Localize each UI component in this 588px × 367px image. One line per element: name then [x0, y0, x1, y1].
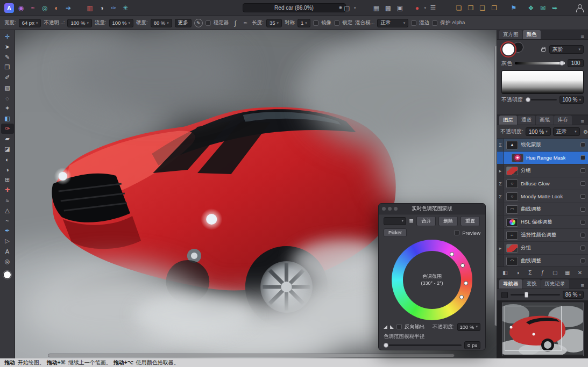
tone-mapping-persona-icon[interactable]: ◐	[51, 3, 62, 13]
layer-opacity-field[interactable]: 100 %▾	[526, 127, 551, 136]
current-color-swatch[interactable]	[3, 271, 11, 279]
dialog-opacity-field[interactable]: 100 %▾	[457, 323, 480, 331]
layer-row-hsl-shift[interactable]: HSL 偏移调整	[497, 216, 588, 229]
snapshot-icon-1[interactable]: ❏	[454, 3, 464, 13]
quick-color-swatch-icon[interactable]: ●	[412, 3, 422, 13]
picker-button[interactable]: Picker	[384, 228, 407, 237]
color-opacity-slider[interactable]	[526, 99, 557, 100]
clone-tool[interactable]: ⊞	[1, 175, 14, 185]
window-stabilizer-icon[interactable]: ≈	[242, 18, 249, 28]
adjustment-icon[interactable]: ◑	[514, 270, 521, 276]
zoom-tool[interactable]: ◎	[1, 256, 14, 267]
insert-target-dropdown-icon[interactable]: ▾	[354, 6, 356, 10]
length-field[interactable]: 35▾	[266, 19, 282, 27]
assistant-icon[interactable]: ☰	[428, 3, 438, 13]
symmetry-field[interactable]: 1▾	[297, 19, 310, 27]
opacity-field[interactable]: 100 %▾	[67, 19, 91, 27]
snapping-options-icon[interactable]: ▣	[394, 3, 405, 13]
wet-edges-checkbox[interactable]	[411, 20, 416, 26]
color-panel-menu-icon[interactable]: ≡	[579, 33, 586, 39]
preset-select[interactable]: ▾	[384, 217, 406, 225]
eraser-tool[interactable]: ◪	[1, 144, 14, 154]
mask-layer-icon[interactable]: ▢	[551, 270, 559, 276]
dialog-titlebar[interactable]: 实时色调范围蒙版	[379, 204, 485, 214]
navigator-tab-transform[interactable]: 变换	[523, 279, 541, 289]
preview-checkbox[interactable]	[454, 230, 459, 235]
mail-icon[interactable]: ✉	[537, 3, 548, 13]
hue-handle[interactable]	[461, 263, 465, 268]
sharpen-tool[interactable]: △	[1, 205, 14, 215]
pen-tool[interactable]: ✒	[1, 226, 14, 236]
selection-brush-tool[interactable]: ✐	[1, 73, 14, 83]
move-tool[interactable]: ➤	[1, 42, 14, 52]
brush-editor-icon[interactable]: ✎	[194, 19, 203, 27]
document-selector[interactable]: Red car (86.0%) ✱	[243, 3, 346, 12]
radius-field[interactable]: 0 px	[464, 341, 480, 349]
flow-field[interactable]: 100 %▾	[109, 19, 133, 27]
layer-row-unsharp-mask[interactable]: Σ▲锐化蒙版	[497, 139, 588, 152]
hardness-field[interactable]: 80 %▾	[151, 19, 172, 27]
delete-layer-icon[interactable]: ✕	[576, 270, 584, 276]
snapshot-icon-3[interactable]: ❑	[477, 3, 488, 13]
invert-output-checkbox[interactable]	[396, 324, 402, 329]
auto-white-balance-icon[interactable]: ✳	[120, 3, 131, 13]
metal-flag-icon[interactable]: ⚑	[508, 3, 519, 13]
layer-row-group-1[interactable]: ▸分组	[497, 164, 588, 177]
primary-color-swatch[interactable]	[501, 42, 515, 56]
live-filter-icon[interactable]: Σ	[526, 270, 534, 276]
layer-visibility-checkbox[interactable]	[580, 168, 585, 173]
burn-tool[interactable]: ◑	[1, 164, 14, 175]
crop-tool[interactable]: ❒	[1, 62, 14, 73]
view-tool[interactable]: ✛	[1, 32, 14, 42]
comment-icon[interactable]: ❖	[526, 3, 536, 13]
paint-brush-tool[interactable]: ✑	[1, 124, 14, 134]
swatch-dropdown-icon[interactable]: ▾	[424, 6, 426, 10]
gray-value-field[interactable]: 100	[568, 59, 584, 67]
ramp-right-icon[interactable]: ◣	[390, 324, 394, 329]
lock-checkbox[interactable]	[334, 20, 339, 26]
zoom-out-icon[interactable]	[501, 292, 508, 298]
share-icon[interactable]: ➥	[549, 3, 560, 13]
layer-row-selective-colour[interactable]: ∷选择性颜色调整	[497, 229, 588, 242]
layer-visibility-checkbox[interactable]	[580, 220, 585, 225]
layer-row-curves-2[interactable]: ◠曲线调整	[497, 255, 588, 267]
gray-slider[interactable]	[515, 62, 565, 64]
layer-visibility-checkbox[interactable]	[580, 258, 585, 263]
node-tool[interactable]: ▷	[1, 236, 14, 246]
layer-visibility-checkbox[interactable]	[580, 142, 585, 147]
horizontal-scrollbar[interactable]	[17, 354, 490, 357]
healing-tool[interactable]: ✚	[1, 185, 14, 195]
navigator-thumbnail[interactable]	[502, 303, 584, 356]
smudge-tool[interactable]: ~	[1, 215, 14, 226]
photo-persona-icon[interactable]: ◉	[16, 3, 26, 13]
layers-tab-stock[interactable]: 库存	[554, 116, 572, 125]
layer-blend-select[interactable]: 正常▾	[553, 127, 580, 136]
color-lock-icon[interactable]	[541, 48, 546, 52]
layer-row-curves-1[interactable]: ◠曲线调整	[497, 203, 588, 216]
blend-mode-select[interactable]: 正常▾	[377, 19, 408, 27]
auto-contrast-icon[interactable]: ◑	[96, 3, 107, 13]
layers-tab-channels[interactable]: 通道	[518, 116, 535, 125]
pixel-tool[interactable]: ▰	[1, 134, 14, 144]
protect-alpha-checkbox[interactable]	[432, 20, 437, 26]
layer-effects-icon[interactable]: ƒ	[539, 270, 546, 276]
layers-tab-brushes[interactable]: 画笔	[536, 116, 554, 125]
layer-visibility-checkbox[interactable]	[580, 181, 585, 186]
gradient-tool[interactable]: ◧	[1, 113, 14, 124]
merge-button[interactable]: 合并	[416, 216, 436, 226]
flood-select-tool[interactable]: ✶	[1, 103, 14, 113]
blend-options-gear-icon[interactable]: ⚙	[582, 127, 588, 136]
new-layer-icon[interactable]: ▦	[564, 270, 571, 276]
color-picker-tool[interactable]: ✎	[1, 52, 14, 62]
app-icon[interactable]: A	[4, 3, 14, 13]
text-tool[interactable]: A	[1, 246, 14, 256]
navigator-panel-menu-icon[interactable]: ≡	[579, 282, 586, 289]
width-field[interactable]: 64 px▾	[19, 19, 41, 27]
color-opacity-field[interactable]: 100 %▾	[559, 96, 584, 104]
auto-colour-icon[interactable]: ✑	[108, 3, 119, 13]
more-button[interactable]: 更多	[175, 19, 192, 27]
lasso-tool[interactable]: ◌	[1, 93, 14, 103]
insert-target-icon[interactable]: ▢	[342, 3, 352, 13]
dodge-tool[interactable]: ◐	[1, 154, 14, 164]
preset-menu-icon[interactable]: ≣	[409, 218, 414, 225]
